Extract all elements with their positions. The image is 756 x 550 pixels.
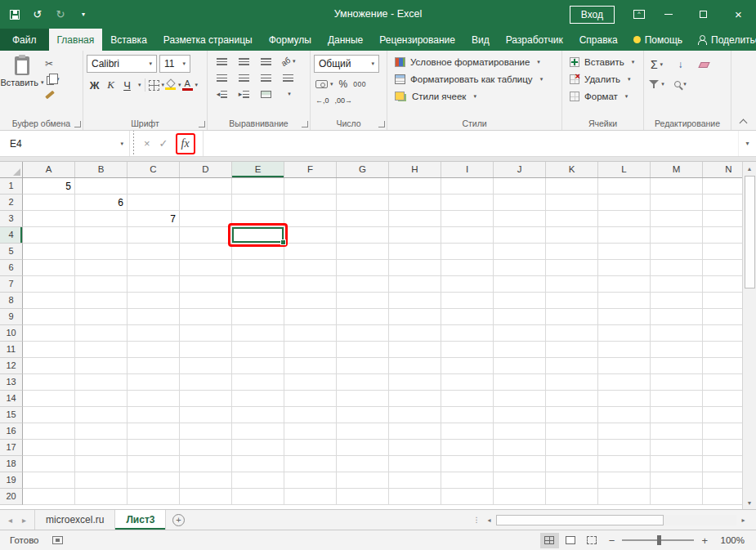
cell-M7[interactable]: [651, 276, 703, 293]
horizontal-scrollbar[interactable]: ◂ ▸: [481, 510, 751, 530]
cell-L17[interactable]: [598, 440, 651, 456]
cell-C4[interactable]: [127, 227, 180, 244]
cell-C8[interactable]: [127, 293, 180, 309]
menu-tab-1[interactable]: Главная: [49, 29, 103, 51]
cell-B15[interactable]: [75, 407, 127, 423]
cell-N19[interactable]: [703, 472, 742, 489]
vertical-scrollbar[interactable]: ▲ ▼: [742, 162, 756, 509]
row-header-2[interactable]: 2: [0, 195, 23, 211]
cell-N20[interactable]: [703, 489, 742, 505]
cell-G17[interactable]: [337, 440, 389, 456]
cell-D6[interactable]: [180, 260, 232, 276]
cell-B4[interactable]: [75, 227, 127, 244]
cell-H11[interactable]: [389, 342, 441, 358]
cell-A18[interactable]: [23, 456, 75, 472]
cell-I19[interactable]: [441, 472, 494, 489]
prev-sheet-icon[interactable]: ◂: [8, 516, 12, 525]
cell-A5[interactable]: [23, 244, 75, 260]
cell-I8[interactable]: [441, 293, 494, 309]
cell-D2[interactable]: [180, 195, 232, 211]
cell-A1[interactable]: 5: [23, 178, 75, 195]
cell-M12[interactable]: [651, 358, 703, 374]
cell-I13[interactable]: [441, 374, 494, 391]
delete-cells-button[interactable]: Удалить ▾: [566, 70, 640, 87]
scroll-right-icon[interactable]: ▸: [738, 516, 749, 524]
cell-M3[interactable]: [651, 211, 703, 227]
cell-H5[interactable]: [389, 244, 441, 260]
cell-A15[interactable]: [23, 407, 75, 423]
row-header-8[interactable]: 8: [0, 293, 23, 309]
cell-D18[interactable]: [180, 456, 232, 472]
cell-D19[interactable]: [180, 472, 232, 489]
orientation-button[interactable]: аб▾: [280, 53, 296, 69]
merge-center-button[interactable]: [258, 86, 274, 102]
cell-E1[interactable]: [232, 178, 284, 195]
cell-L16[interactable]: [598, 423, 651, 440]
cell-A2[interactable]: [23, 195, 75, 211]
zoom-slider-thumb[interactable]: [657, 535, 661, 545]
horizontal-scroll-track[interactable]: [496, 515, 736, 525]
cell-A19[interactable]: [23, 472, 75, 489]
align-left-button[interactable]: [214, 69, 230, 86]
cell-K4[interactable]: [546, 227, 598, 244]
cell-L2[interactable]: [598, 195, 651, 211]
cell-J1[interactable]: [494, 178, 546, 195]
row-header-1[interactable]: 1: [0, 178, 23, 195]
cell-I11[interactable]: [441, 342, 494, 358]
menu-tab-2[interactable]: Вставка: [102, 29, 155, 51]
zoom-level[interactable]: 100%: [715, 535, 745, 545]
column-header-J[interactable]: J: [494, 162, 546, 177]
cell-K8[interactable]: [546, 293, 598, 309]
cell-E12[interactable]: [232, 358, 284, 374]
cell-M16[interactable]: [651, 423, 703, 440]
cell-J12[interactable]: [494, 358, 546, 374]
cell-F7[interactable]: [284, 276, 337, 293]
cell-C19[interactable]: [127, 472, 180, 489]
column-header-I[interactable]: I: [441, 162, 494, 177]
format-as-table-button[interactable]: Форматировать как таблицу ▾: [391, 70, 558, 87]
cell-I9[interactable]: [441, 309, 494, 325]
cell-styles-button[interactable]: Стили ячеек ▾: [391, 87, 558, 105]
cell-D11[interactable]: [180, 342, 232, 358]
menu-tab-8[interactable]: Разработчик: [498, 29, 571, 51]
align-middle-button[interactable]: [236, 53, 252, 69]
cell-G2[interactable]: [337, 195, 389, 211]
cell-I7[interactable]: [441, 276, 494, 293]
underline-button[interactable]: Ч: [119, 77, 135, 93]
cell-B2[interactable]: 6: [75, 195, 127, 211]
decrease-decimal-button[interactable]: ,00→: [335, 96, 353, 105]
cell-G4[interactable]: [337, 227, 389, 244]
share-button[interactable]: Поделиться: [690, 34, 756, 46]
cell-E14[interactable]: [232, 391, 284, 407]
font-dialog-launcher[interactable]: [199, 121, 205, 127]
font-name-select[interactable]: Calibri▾: [87, 55, 157, 73]
align-top-button[interactable]: [214, 53, 230, 69]
cell-F16[interactable]: [284, 423, 337, 440]
borders-button[interactable]: ▾: [149, 77, 165, 93]
cell-E11[interactable]: [232, 342, 284, 358]
sheet-tab-0[interactable]: microexcel.ru: [34, 510, 115, 530]
cell-E10[interactable]: [232, 325, 284, 342]
cell-B17[interactable]: [75, 440, 127, 456]
macro-record-icon[interactable]: [52, 536, 63, 544]
cell-L10[interactable]: [598, 325, 651, 342]
sheet-tab-1[interactable]: Лист3: [115, 510, 166, 530]
cell-C20[interactable]: [127, 489, 180, 505]
cell-E16[interactable]: [232, 423, 284, 440]
cell-I12[interactable]: [441, 358, 494, 374]
cell-D13[interactable]: [180, 374, 232, 391]
cell-K15[interactable]: [546, 407, 598, 423]
cell-N1[interactable]: [703, 178, 742, 195]
cell-K16[interactable]: [546, 423, 598, 440]
cell-N13[interactable]: [703, 374, 742, 391]
scroll-down-icon[interactable]: ▼: [743, 496, 756, 509]
cell-J20[interactable]: [494, 489, 546, 505]
cell-K20[interactable]: [546, 489, 598, 505]
cell-I10[interactable]: [441, 325, 494, 342]
page-break-view-button[interactable]: [583, 533, 602, 548]
conditional-formatting-button[interactable]: Условное форматирование ▾: [391, 53, 558, 70]
tab-scroll-splitter[interactable]: ⋮: [472, 510, 481, 530]
cell-L12[interactable]: [598, 358, 651, 374]
column-header-M[interactable]: M: [651, 162, 703, 177]
formula-bar-splitter[interactable]: [129, 131, 135, 156]
